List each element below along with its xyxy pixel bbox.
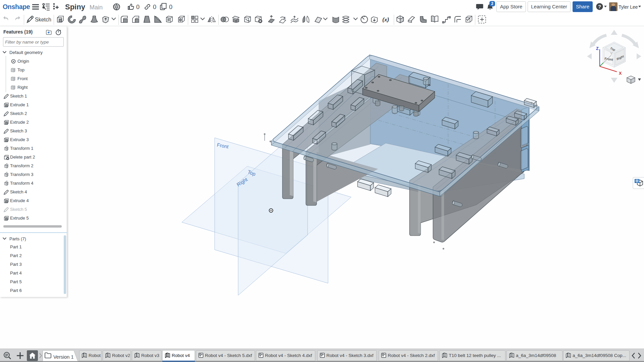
svg-text:?: ? [598,4,601,9]
svg-text:Z: Z [596,46,599,51]
svg-text:Y: Y [610,52,613,56]
svg-text:X: X [619,71,622,76]
svg-text:Version 1: Version 1 [53,354,73,360]
